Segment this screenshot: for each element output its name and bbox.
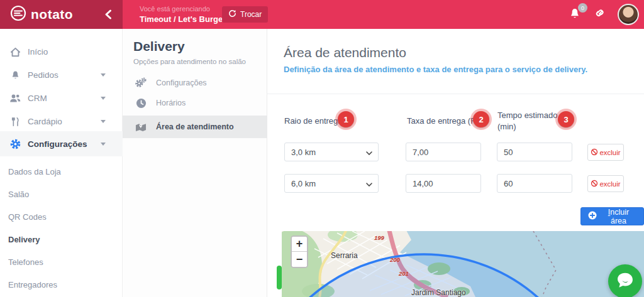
brand-logo[interactable]: notato	[0, 5, 73, 24]
column-label-tempo-line2: (min)	[497, 122, 516, 131]
chat-bubble-icon	[615, 270, 635, 293]
chevron-down-icon	[366, 179, 372, 188]
panel-subtitle: Opções para atendimento no salão	[133, 58, 246, 65]
sidebar-item-label: Início	[28, 47, 48, 57]
sidebar-collapse-icon[interactable]	[101, 8, 116, 21]
topbar-actions: 0	[569, 0, 639, 29]
user-avatar[interactable]	[618, 4, 639, 25]
sidebar-item-inicio[interactable]: Início	[0, 40, 123, 63]
chevron-down-icon	[101, 97, 106, 100]
app-window: notato Você está gerenciando Timeout / L…	[0, 0, 644, 297]
zoom-in-button[interactable]: +	[292, 237, 307, 252]
subitem-label: Salão	[8, 190, 29, 199]
badge-number: 1	[338, 111, 354, 127]
gear-icon	[8, 138, 22, 150]
tour-step-badge-2: 2	[470, 109, 492, 130]
side-widget-tab[interactable]	[277, 266, 282, 289]
panel-item-horarios[interactable]: Horários	[123, 93, 267, 113]
radius-select-row2[interactable]: 6,0 km	[284, 174, 379, 193]
subitem-label: QR Codes	[8, 212, 47, 222]
home-icon	[8, 46, 22, 58]
gears-icon	[133, 77, 148, 89]
badge-number: 2	[473, 111, 489, 127]
add-area-label: Incluir área	[601, 208, 636, 225]
link-icon[interactable]	[594, 7, 606, 22]
users-icon	[8, 93, 22, 104]
plus-circle-icon	[588, 211, 597, 222]
switch-store-label: Trocar	[240, 10, 262, 19]
sidebar-item-label: Cardápio	[28, 117, 62, 126]
subitem-label: Telefones	[8, 257, 43, 267]
delete-area-button-row1[interactable]: excluir	[587, 144, 624, 161]
map-icon	[133, 122, 148, 132]
time-input-row1[interactable]	[497, 143, 572, 161]
map-place-label: Jardim Santiago	[411, 288, 466, 297]
sidebar-item-pedidos[interactable]: Pedidos	[0, 63, 123, 87]
map-place-label: Serraria	[331, 251, 358, 260]
sidebar: Início Pedidos CRM Cardápio	[0, 29, 123, 297]
sidebar-item-label: Pedidos	[28, 70, 58, 80]
refresh-icon	[228, 9, 236, 19]
ban-icon	[591, 180, 598, 188]
topbar: notato Você está gerenciando Timeout / L…	[0, 0, 644, 29]
map-route-label: 200	[390, 256, 400, 263]
bell-icon	[8, 70, 22, 81]
tour-step-badge-1: 1	[335, 109, 357, 130]
notifications-bell-icon[interactable]: 0	[569, 7, 582, 22]
chevron-down-icon	[101, 73, 106, 77]
managing-store-name: Timeout / Let's Burger	[140, 14, 226, 25]
switch-store-button[interactable]: Trocar	[222, 6, 268, 23]
panel-item-area-de-atendimento[interactable]: Área de atendimento	[123, 116, 267, 138]
sidebar-item-label: Configurações	[28, 139, 87, 149]
clock-icon	[133, 98, 148, 109]
add-area-button[interactable]: Incluir área	[580, 207, 644, 225]
sidebar-subitem-entregadores[interactable]: Entregadores	[0, 273, 123, 296]
panel-item-configuracoes[interactable]: Configurações	[123, 73, 267, 93]
delete-label: excluir	[599, 180, 620, 188]
column-label-tempo-line1: Tempo estimado	[497, 111, 557, 120]
notification-count-badge: 0	[578, 3, 587, 13]
chevron-down-icon	[366, 148, 372, 157]
sidebar-item-configuracoes[interactable]: Configurações	[0, 131, 123, 156]
chat-widget-button[interactable]	[608, 264, 642, 297]
map-zoom-control: + −	[291, 235, 308, 268]
panel-title: Delivery	[133, 39, 185, 54]
sidebar-subitem-dados-da-loja[interactable]: Dados da Loja	[0, 160, 123, 183]
fee-input-row2[interactable]	[406, 174, 481, 193]
sidebar-item-label: CRM	[28, 94, 47, 103]
sidebar-subitem-telefones[interactable]: Telefones	[0, 251, 123, 273]
time-input-row2[interactable]	[497, 174, 572, 193]
topbar-brand-section: notato	[0, 0, 123, 29]
delivery-settings-panel: Delivery Opções para atendimento no salã…	[123, 29, 267, 297]
utensils-icon	[8, 116, 22, 127]
chevron-down-icon	[101, 120, 106, 123]
sidebar-subitem-qr-codes[interactable]: QR Codes	[0, 205, 123, 228]
sidebar-item-cardapio[interactable]: Cardápio	[0, 110, 123, 133]
chevron-down-icon	[101, 143, 106, 146]
subitem-label: Delivery	[8, 235, 40, 244]
sidebar-subitem-salao[interactable]: Salão	[0, 183, 123, 205]
delivery-area-map[interactable]: Serraria Jardim Santiago 199 200 201 + −	[282, 231, 644, 297]
divider	[267, 94, 644, 94]
subitem-label: Dados da Loja	[8, 167, 61, 176]
map-route-label: 201	[399, 270, 409, 277]
radius-select-row1[interactable]: 3,0 km	[284, 143, 379, 161]
map-route-label: 199	[374, 234, 384, 241]
radius-select-value: 6,0 km	[291, 179, 316, 188]
badge-number: 3	[558, 111, 574, 127]
tour-step-badge-3: 3	[555, 109, 577, 130]
delete-area-button-row2[interactable]: excluir	[587, 175, 624, 192]
map-tiles	[282, 231, 644, 297]
sidebar-subitem-delivery[interactable]: Delivery	[0, 228, 123, 251]
page-title: Área de atendimento	[284, 45, 406, 60]
column-label-raio: Raio de entrega	[284, 116, 343, 126]
zoom-out-button[interactable]: −	[292, 252, 307, 267]
fee-input-row1[interactable]	[406, 143, 481, 161]
managing-store: Você está gerenciando Timeout / Let's Bu…	[140, 4, 226, 26]
panel-item-label: Horários	[156, 99, 186, 107]
subitem-label: Entregadores	[8, 280, 57, 289]
ban-icon	[591, 148, 598, 157]
sidebar-item-crm[interactable]: CRM	[0, 87, 123, 110]
managing-label: Você está gerenciando	[140, 4, 226, 14]
panel-item-label: Configurações	[156, 78, 207, 87]
